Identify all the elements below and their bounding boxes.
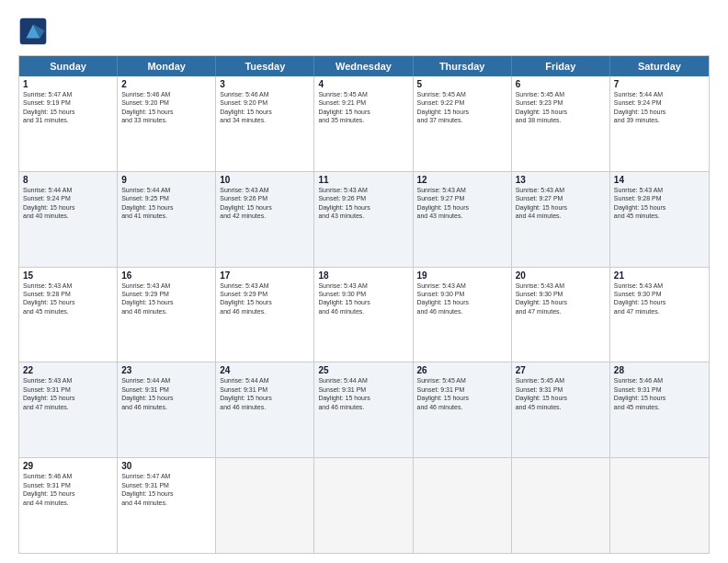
calendar-row: 8Sunrise: 5:44 AMSunset: 9:24 PMDaylight… xyxy=(19,172,709,268)
calendar-cell: 10Sunrise: 5:43 AMSunset: 9:26 PMDayligh… xyxy=(216,172,314,267)
cell-text: Sunrise: 5:43 AMSunset: 9:30 PMDaylight:… xyxy=(318,282,408,316)
cell-text: Sunrise: 5:45 AMSunset: 9:22 PMDaylight:… xyxy=(417,90,507,125)
weekday-header: Monday xyxy=(118,56,216,76)
day-number: 26 xyxy=(417,365,507,375)
calendar-cell: 3Sunrise: 5:46 AMSunset: 9:20 PMDaylight… xyxy=(216,76,314,171)
day-number: 21 xyxy=(614,270,705,281)
day-number: 3 xyxy=(220,79,310,89)
weekday-header: Friday xyxy=(512,56,610,76)
page: SundayMondayTuesdayWednesdayThursdayFrid… xyxy=(0,0,728,563)
calendar-cell: 29Sunrise: 5:46 AMSunset: 9:31 PMDayligh… xyxy=(19,458,118,553)
calendar-cell xyxy=(314,458,413,553)
cell-text: Sunrise: 5:44 AMSunset: 9:24 PMDaylight:… xyxy=(614,90,705,125)
calendar-row: 15Sunrise: 5:43 AMSunset: 9:28 PMDayligh… xyxy=(19,268,709,363)
calendar-row: 29Sunrise: 5:46 AMSunset: 9:31 PMDayligh… xyxy=(19,458,709,553)
cell-text: Sunrise: 5:47 AMSunset: 9:19 PMDaylight:… xyxy=(23,90,113,125)
calendar-cell: 13Sunrise: 5:43 AMSunset: 9:27 PMDayligh… xyxy=(512,172,610,267)
cell-text: Sunrise: 5:43 AMSunset: 9:29 PMDaylight:… xyxy=(220,282,310,316)
calendar-cell: 18Sunrise: 5:43 AMSunset: 9:30 PMDayligh… xyxy=(314,268,413,362)
calendar-cell: 27Sunrise: 5:45 AMSunset: 9:31 PMDayligh… xyxy=(512,362,610,457)
cell-text: Sunrise: 5:43 AMSunset: 9:26 PMDaylight:… xyxy=(318,186,408,221)
cell-text: Sunrise: 5:44 AMSunset: 9:25 PMDaylight:… xyxy=(121,186,211,221)
calendar-cell: 2Sunrise: 5:46 AMSunset: 9:20 PMDaylight… xyxy=(118,76,216,171)
day-number: 7 xyxy=(614,79,705,89)
cell-text: Sunrise: 5:43 AMSunset: 9:26 PMDaylight:… xyxy=(220,186,310,221)
cell-text: Sunrise: 5:45 AMSunset: 9:31 PMDaylight:… xyxy=(417,376,507,411)
day-number: 11 xyxy=(318,175,408,185)
cell-text: Sunrise: 5:45 AMSunset: 9:31 PMDaylight:… xyxy=(516,376,606,411)
cell-text: Sunrise: 5:46 AMSunset: 9:20 PMDaylight:… xyxy=(121,90,211,125)
calendar-cell: 23Sunrise: 5:44 AMSunset: 9:31 PMDayligh… xyxy=(118,362,216,457)
calendar-cell: 8Sunrise: 5:44 AMSunset: 9:24 PMDaylight… xyxy=(19,172,118,267)
cell-text: Sunrise: 5:43 AMSunset: 9:30 PMDaylight:… xyxy=(614,282,705,316)
day-number: 17 xyxy=(220,270,310,281)
weekday-header: Saturday xyxy=(610,56,709,76)
day-number: 12 xyxy=(417,175,507,185)
day-number: 28 xyxy=(614,365,705,375)
calendar: SundayMondayTuesdayWednesdayThursdayFrid… xyxy=(18,55,710,554)
day-number: 5 xyxy=(417,79,507,89)
cell-text: Sunrise: 5:43 AMSunset: 9:27 PMDaylight:… xyxy=(417,186,507,221)
calendar-cell xyxy=(610,458,709,553)
day-number: 19 xyxy=(417,270,507,281)
calendar-cell: 25Sunrise: 5:44 AMSunset: 9:31 PMDayligh… xyxy=(314,362,413,457)
day-number: 20 xyxy=(516,270,606,281)
day-number: 24 xyxy=(220,365,310,375)
day-number: 15 xyxy=(23,270,113,281)
day-number: 13 xyxy=(516,175,606,185)
cell-text: Sunrise: 5:44 AMSunset: 9:31 PMDaylight:… xyxy=(121,376,211,411)
logo xyxy=(18,17,51,46)
calendar-cell: 16Sunrise: 5:43 AMSunset: 9:29 PMDayligh… xyxy=(118,268,216,362)
calendar-cell: 21Sunrise: 5:43 AMSunset: 9:30 PMDayligh… xyxy=(610,268,709,362)
calendar-cell: 15Sunrise: 5:43 AMSunset: 9:28 PMDayligh… xyxy=(19,268,118,362)
calendar-cell: 30Sunrise: 5:47 AMSunset: 9:31 PMDayligh… xyxy=(118,458,216,553)
calendar-cell: 11Sunrise: 5:43 AMSunset: 9:26 PMDayligh… xyxy=(314,172,413,267)
weekday-header: Wednesday xyxy=(314,56,413,76)
cell-text: Sunrise: 5:44 AMSunset: 9:31 PMDaylight:… xyxy=(220,376,310,411)
calendar-cell xyxy=(216,458,314,553)
calendar-header: SundayMondayTuesdayWednesdayThursdayFrid… xyxy=(19,56,709,76)
calendar-cell: 14Sunrise: 5:43 AMSunset: 9:28 PMDayligh… xyxy=(610,172,709,267)
cell-text: Sunrise: 5:47 AMSunset: 9:31 PMDaylight:… xyxy=(121,472,211,507)
day-number: 25 xyxy=(318,365,408,375)
day-number: 18 xyxy=(318,270,408,281)
weekday-header: Thursday xyxy=(414,56,512,76)
calendar-cell: 9Sunrise: 5:44 AMSunset: 9:25 PMDaylight… xyxy=(118,172,216,267)
calendar-cell: 6Sunrise: 5:45 AMSunset: 9:23 PMDaylight… xyxy=(512,76,610,171)
calendar-cell: 26Sunrise: 5:45 AMSunset: 9:31 PMDayligh… xyxy=(414,362,512,457)
day-number: 29 xyxy=(23,461,113,471)
calendar-body: 1Sunrise: 5:47 AMSunset: 9:19 PMDaylight… xyxy=(19,76,709,553)
calendar-row: 1Sunrise: 5:47 AMSunset: 9:19 PMDaylight… xyxy=(19,76,709,172)
day-number: 9 xyxy=(121,175,211,185)
day-number: 22 xyxy=(23,365,113,375)
weekday-header: Tuesday xyxy=(216,56,314,76)
cell-text: Sunrise: 5:43 AMSunset: 9:30 PMDaylight:… xyxy=(417,282,507,316)
calendar-cell: 19Sunrise: 5:43 AMSunset: 9:30 PMDayligh… xyxy=(414,268,512,362)
day-number: 14 xyxy=(614,175,705,185)
cell-text: Sunrise: 5:46 AMSunset: 9:20 PMDaylight:… xyxy=(220,90,310,125)
day-number: 23 xyxy=(121,365,211,375)
header xyxy=(18,17,710,46)
calendar-cell: 12Sunrise: 5:43 AMSunset: 9:27 PMDayligh… xyxy=(414,172,512,267)
cell-text: Sunrise: 5:45 AMSunset: 9:21 PMDaylight:… xyxy=(318,90,408,125)
day-number: 6 xyxy=(516,79,606,89)
cell-text: Sunrise: 5:43 AMSunset: 9:28 PMDaylight:… xyxy=(23,282,113,316)
calendar-cell: 1Sunrise: 5:47 AMSunset: 9:19 PMDaylight… xyxy=(19,76,118,171)
calendar-cell: 28Sunrise: 5:46 AMSunset: 9:31 PMDayligh… xyxy=(610,362,709,457)
cell-text: Sunrise: 5:45 AMSunset: 9:23 PMDaylight:… xyxy=(516,90,606,125)
cell-text: Sunrise: 5:43 AMSunset: 9:28 PMDaylight:… xyxy=(614,186,705,221)
cell-text: Sunrise: 5:43 AMSunset: 9:30 PMDaylight:… xyxy=(516,282,606,316)
day-number: 27 xyxy=(516,365,606,375)
calendar-cell: 24Sunrise: 5:44 AMSunset: 9:31 PMDayligh… xyxy=(216,362,314,457)
cell-text: Sunrise: 5:43 AMSunset: 9:27 PMDaylight:… xyxy=(516,186,606,221)
calendar-cell: 5Sunrise: 5:45 AMSunset: 9:22 PMDaylight… xyxy=(414,76,512,171)
calendar-cell: 17Sunrise: 5:43 AMSunset: 9:29 PMDayligh… xyxy=(216,268,314,362)
calendar-cell xyxy=(512,458,610,553)
day-number: 8 xyxy=(23,175,113,185)
day-number: 4 xyxy=(318,79,408,89)
cell-text: Sunrise: 5:44 AMSunset: 9:31 PMDaylight:… xyxy=(318,376,408,411)
day-number: 1 xyxy=(23,79,113,89)
calendar-cell: 7Sunrise: 5:44 AMSunset: 9:24 PMDaylight… xyxy=(610,76,709,171)
calendar-cell: 20Sunrise: 5:43 AMSunset: 9:30 PMDayligh… xyxy=(512,268,610,362)
calendar-cell: 22Sunrise: 5:43 AMSunset: 9:31 PMDayligh… xyxy=(19,362,118,457)
